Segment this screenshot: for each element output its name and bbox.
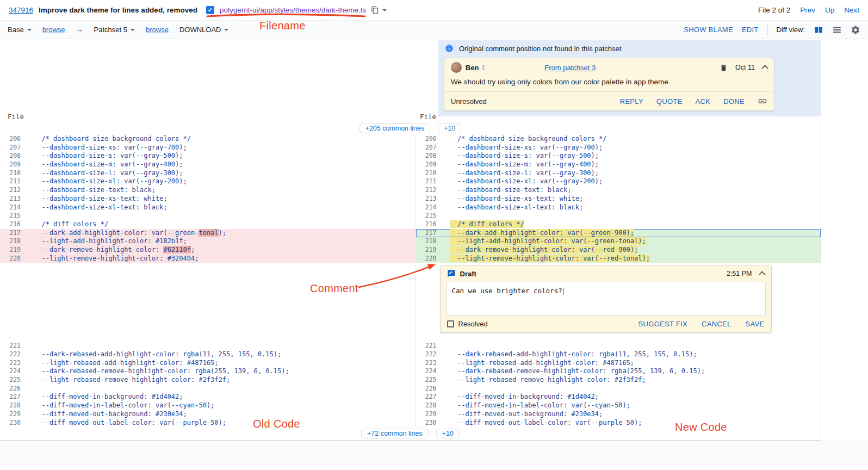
line-number[interactable]: 227 (0, 393, 27, 401)
code-line[interactable]: --diff-moved-in-background: #1d4042; (443, 393, 821, 401)
line-number[interactable]: 206 (416, 135, 443, 144)
code-line[interactable]: --dashboard-size-xl: var(--gray-200); (27, 177, 416, 186)
line-number[interactable]: 206 (0, 135, 27, 144)
up-link[interactable]: Up (825, 6, 834, 14)
line-number[interactable]: 221 (0, 342, 27, 350)
reply-button[interactable]: REPLY (620, 97, 643, 106)
code-line[interactable]: /* diff colors */ (27, 220, 416, 229)
line-number[interactable]: 212 (0, 186, 27, 195)
code-line[interactable]: --light-add-highlight-color: var(--green… (443, 237, 821, 246)
code-line[interactable]: --light-add-highlight-color: #182b1f; (27, 237, 416, 246)
code-line[interactable]: --diff-moved-out-background: #230e34; (443, 410, 821, 419)
code-line[interactable]: --diff-moved-in-label-color: var(--cyan-… (443, 401, 821, 410)
patchset-dropdown[interactable]: Patchset 5 (94, 26, 135, 34)
download-dropdown[interactable]: DOWNLOAD (179, 26, 229, 34)
code-line[interactable]: --dashboard-size-xl: var(--gray-200); (443, 177, 821, 186)
line-number[interactable]: 229 (416, 410, 443, 419)
line-number[interactable]: 214 (416, 203, 443, 212)
code-line[interactable]: --dashboard-size-text: black; (27, 186, 416, 195)
line-number[interactable]: 216 (0, 220, 27, 229)
line-number[interactable]: 229 (0, 410, 27, 419)
cancel-button[interactable]: CANCEL (702, 320, 731, 328)
code-line[interactable]: --dark-remove-highlight-color: var(--red… (443, 246, 821, 255)
line-number[interactable]: 221 (416, 342, 443, 350)
code-line[interactable] (27, 342, 416, 350)
code-line[interactable]: --dashboard-size-xl-text: black; (443, 203, 821, 212)
line-number[interactable]: 210 (416, 169, 443, 178)
line-number[interactable]: 226 (416, 385, 443, 393)
change-number-link[interactable]: 347916 (9, 6, 33, 14)
code-line[interactable]: --light-rebased-add-highlight-color: #48… (443, 359, 821, 368)
line-number[interactable]: 227 (416, 393, 443, 401)
settings-gear-icon[interactable] (851, 25, 860, 35)
code-line[interactable]: --dark-rebased-add-highlight-color: rgba… (443, 350, 821, 359)
code-line[interactable]: --dashboard-size-xs-text: white; (443, 195, 821, 203)
line-number[interactable]: 217 (0, 229, 27, 238)
line-number[interactable]: 218 (416, 237, 443, 246)
collapse-chevron-icon[interactable] (761, 65, 768, 72)
line-number[interactable]: 216 (416, 220, 443, 229)
line-number[interactable]: 226 (0, 385, 27, 393)
delete-trash-icon[interactable] (720, 64, 728, 72)
code-line[interactable]: --dashboard-size-s: var(--gray-500); (27, 152, 416, 160)
file-label-old[interactable]: File (8, 113, 24, 121)
code-line[interactable]: --light-rebased-remove-highlight-color: … (27, 376, 416, 385)
code-line[interactable] (27, 385, 416, 393)
line-number[interactable]: 228 (0, 401, 27, 410)
code-line[interactable]: /* dashboard size background colors */ (443, 135, 821, 144)
line-number[interactable]: 219 (416, 246, 443, 255)
code-line[interactable]: --dashboard-size-l: var(--gray-300); (27, 169, 416, 178)
line-number[interactable]: 207 (416, 144, 443, 152)
quote-button[interactable]: QUOTE (656, 97, 683, 106)
resolved-checkbox[interactable] (447, 320, 454, 327)
ack-button[interactable]: ACK (696, 97, 711, 106)
line-number[interactable]: 208 (0, 152, 27, 160)
line-number[interactable]: 208 (416, 152, 443, 160)
code-line[interactable]: --dashboard-size-xl-text: black; (27, 203, 416, 212)
expand-common-lines-button[interactable]: +72 common lines (361, 429, 429, 438)
code-line[interactable]: --dark-rebased-add-highlight-color: rgba… (27, 350, 416, 359)
side-by-side-view-icon[interactable] (814, 25, 823, 35)
line-number[interactable]: 211 (0, 177, 27, 186)
code-line[interactable]: --diff-moved-out-background: #230e34; (27, 410, 416, 419)
code-line[interactable] (443, 342, 821, 350)
line-number[interactable]: 210 (0, 169, 27, 178)
code-line[interactable] (443, 385, 821, 393)
save-button[interactable]: SAVE (746, 320, 765, 328)
line-number[interactable]: 225 (0, 376, 27, 385)
expand-ten-lines-button[interactable]: +10 (438, 123, 461, 133)
code-line[interactable]: --dashboard-size-xs: var(--gray-700); (443, 144, 821, 152)
code-line[interactable]: --dashboard-size-xs-text: white; (27, 195, 416, 203)
code-line[interactable]: --dashboard-size-text: black; (443, 186, 821, 195)
line-number[interactable]: 213 (416, 195, 443, 203)
line-number[interactable]: 224 (416, 367, 443, 376)
code-line[interactable]: --dark-add-highlight-color: var(--green-… (443, 229, 821, 238)
line-number[interactable]: 224 (0, 367, 27, 376)
expand-common-lines-button[interactable]: +205 common lines (359, 123, 431, 133)
expand-ten-lines-button[interactable]: +10 (436, 429, 460, 438)
draft-comment-textarea[interactable]: Can we use brighter colors? (446, 282, 766, 316)
reviewed-checkbox[interactable]: ✓ (206, 6, 214, 14)
line-number[interactable]: 222 (0, 350, 27, 359)
line-number[interactable]: 215 (0, 212, 27, 220)
line-number[interactable]: 220 (0, 255, 27, 263)
code-line[interactable]: --dashboard-size-l: var(--gray-300); (443, 169, 821, 178)
show-blame-button[interactable]: SHOW BLAME (684, 26, 733, 34)
collapse-chevron-icon[interactable] (759, 271, 766, 278)
code-line[interactable]: --diff-moved-in-background: #1d4042; (27, 393, 416, 401)
code-line[interactable]: --dashboard-size-s: var(--gray-500); (443, 152, 821, 160)
code-line[interactable]: --dark-remove-highlight-color: #62110f; (27, 246, 416, 255)
from-patchset-link[interactable]: From patchset 3 (544, 64, 596, 72)
code-line[interactable]: --dashboard-size-m: var(--gray-400); (27, 160, 416, 169)
line-number[interactable]: 223 (0, 359, 27, 368)
line-number[interactable]: 223 (416, 359, 443, 368)
suggest-fix-button[interactable]: SUGGEST FIX (638, 320, 687, 328)
file-dropdown-caret-icon[interactable] (382, 9, 387, 11)
line-number[interactable]: 211 (416, 177, 443, 186)
code-line[interactable]: --dark-rebased-remove-highlight-color: r… (27, 367, 416, 376)
line-number[interactable]: 220 (416, 255, 443, 263)
code-line[interactable]: --light-rebased-add-highlight-color: #48… (27, 359, 416, 368)
file-label-new[interactable]: File (420, 113, 436, 121)
code-line[interactable] (27, 212, 416, 220)
code-line[interactable]: --dark-add-highlight-color: var(--green-… (27, 229, 416, 238)
